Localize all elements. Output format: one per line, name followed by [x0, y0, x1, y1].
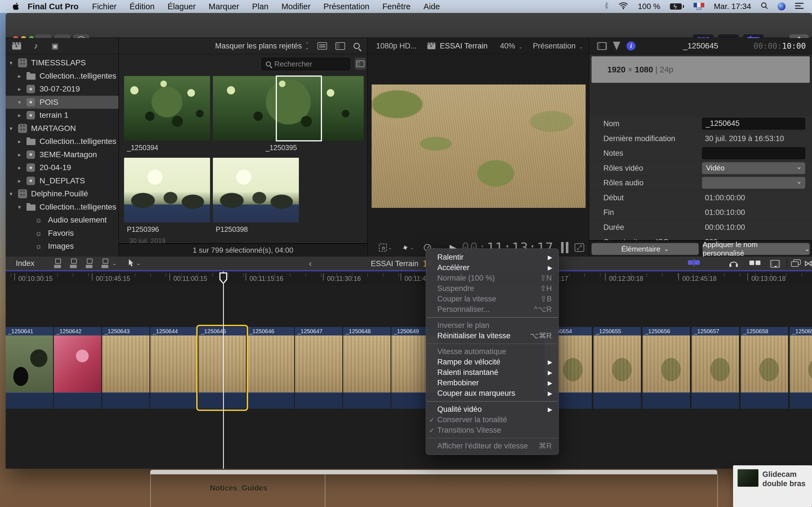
disclosure-closed-icon[interactable]: ▸	[18, 86, 21, 93]
siri-icon[interactable]	[777, 3, 785, 10]
menu-item-ralenti-instantan-[interactable]: Ralenti instantané▶	[426, 367, 559, 378]
clip-appearance-icon[interactable]	[770, 260, 780, 268]
transform-crop-tool-icon[interactable]	[379, 244, 387, 251]
menu-item-rampe-de-v-locit-[interactable]: Rampe de vélocité▶	[426, 357, 559, 367]
transition-bowtie-icon[interactable]: ⋈	[804, 258, 812, 268]
viewer-format[interactable]: 1080p HD...	[376, 42, 417, 50]
spotlight-icon[interactable]	[761, 2, 768, 11]
input-source-flag-icon[interactable]: 123	[694, 3, 704, 10]
viewer-zoom-dropdown[interactable]: 40% ⌄	[500, 42, 524, 50]
menu-item-inverser-le-plan[interactable]: Inverser le plan	[426, 320, 559, 331]
sidebar-item-martagon[interactable]: ▾★★★★MARTAGON	[6, 122, 118, 135]
timeline-clip-1250648[interactable]: _1250648	[343, 327, 391, 409]
inspector-row-select[interactable]: Vidéo	[702, 162, 805, 174]
sidebar-item-collection-telligentes[interactable]: ▾Collection...telligentes	[6, 201, 118, 214]
viewer-video-frame[interactable]	[371, 84, 586, 208]
connect-edit-icon[interactable]	[54, 259, 63, 268]
sidebar-item-collection-telligentes[interactable]: ▸Collection...telligentes	[6, 135, 118, 148]
sidebar-item-30-07-2019[interactable]: ▸★30-07-2019	[6, 82, 118, 96]
browser-clip-thumbnail[interactable]	[124, 76, 210, 141]
disclosure-closed-icon[interactable]: ▸	[18, 164, 21, 171]
filmstrip-view-icon[interactable]	[336, 42, 345, 50]
audio-meters[interactable]	[561, 242, 568, 253]
filter-dropdown[interactable]: Masquer les plans rejetés ⌃⌄	[215, 42, 309, 50]
disclosure-closed-icon[interactable]: ▸	[18, 112, 21, 119]
menu-item-couper-aux-marqueurs[interactable]: Couper aux marqueurs▶	[426, 388, 559, 399]
menu-item-suspendre[interactable]: Suspendre⇧H	[426, 283, 559, 294]
menu-item-acc-l-rer[interactable]: Accélérer▶	[426, 263, 559, 273]
notification-center-icon[interactable]	[795, 2, 804, 11]
inspector-row-input[interactable]: _1250645	[702, 118, 805, 129]
viewer-project-name[interactable]: ESSAI Terrain	[440, 42, 488, 50]
sidebar-item-20-04-19[interactable]: ▸★20-04-19	[6, 161, 118, 174]
timeline-clip-1250641[interactable]: _1250641	[6, 327, 53, 409]
menu-item-qualit-vid-o[interactable]: Qualité vidéo▶	[426, 404, 559, 414]
sidebar-item-audio-seulement[interactable]: ☼Audio seulement	[6, 214, 118, 226]
menu-édition[interactable]: Édition	[130, 2, 154, 11]
timeline-project-name[interactable]: ESSAI Terrain	[371, 260, 418, 268]
append-edit-icon[interactable]	[86, 259, 94, 268]
search-icon[interactable]	[354, 43, 360, 49]
fullscreen-expand-icon[interactable]: ⤢	[574, 243, 584, 252]
menu-item-couper-la-vitesse[interactable]: Couper la vitesse⇧B	[426, 294, 559, 304]
duplicate-windows-icon[interactable]	[791, 260, 801, 267]
sidebar-item-n-deplats[interactable]: ▸★N_DEPLATS	[6, 174, 118, 187]
clip-appearance-button[interactable]	[355, 58, 366, 69]
clip-label[interactable]: _1250395	[266, 144, 297, 152]
sidebar-item-collection-telligentes[interactable]: ▸Collection...telligentes	[6, 69, 118, 82]
inspector-row-input[interactable]	[702, 147, 805, 159]
menu-item-vitesse-automatique[interactable]: Vitesse automatique	[426, 346, 559, 357]
apply-custom-name-button[interactable]: Appliquer le nom personnalisé⌄	[703, 243, 810, 255]
sidebar-item-timessslaps[interactable]: ▾★★★★TIMESSSLAPS	[6, 56, 118, 69]
disclosure-open-icon[interactable]: ▾	[10, 190, 12, 197]
battery-icon[interactable]	[670, 3, 684, 10]
inspector-row-select[interactable]	[702, 177, 805, 189]
list-view-icon[interactable]	[317, 42, 327, 50]
sidebar-item-favoris[interactable]: ☼Favoris	[6, 227, 118, 240]
timeline-clip-1250659[interactable]: _1250659	[790, 327, 812, 409]
timeline-clip-1250642[interactable]: _1250642	[54, 327, 101, 409]
timeline-ruler[interactable]: 00:10:30:1500:10:45:1500:11:00:1500:11:1…	[6, 272, 812, 285]
photos-icon[interactable]: ▣	[50, 42, 60, 50]
browser-clip-thumbnail[interactable]	[124, 158, 210, 223]
viewer-display-dropdown[interactable]: Présentation ⌄	[533, 42, 585, 50]
menu-fichier[interactable]: Fichier	[92, 2, 116, 11]
disclosure-open-icon[interactable]: ▾	[18, 99, 21, 106]
library-clapper-icon[interactable]	[12, 42, 21, 50]
disclosure-closed-icon[interactable]: ▸	[18, 73, 21, 79]
sidebar-item-3eme-martagon[interactable]: ▸★3EME-Martagon	[6, 148, 118, 161]
selected-range-outline[interactable]	[276, 75, 322, 142]
clip-label[interactable]: P1250396	[127, 225, 159, 233]
sidebar-item-terrain-1[interactable]: ▸★terrain 1	[6, 109, 118, 122]
disclosure-closed-icon[interactable]: ▸	[18, 138, 21, 145]
insert-edit-icon[interactable]	[70, 259, 79, 268]
timeline-clip-1250655[interactable]: _1250655	[594, 327, 641, 409]
timeline-clip-1250643[interactable]: _1250643	[102, 327, 149, 409]
menu-plan[interactable]: Plan	[252, 2, 268, 11]
index-button[interactable]: Index	[16, 259, 35, 268]
skimming-toggle-icon[interactable]	[688, 259, 700, 266]
timeline-clip-1250657[interactable]: _1250657	[692, 327, 739, 409]
clip-label[interactable]: _1250394	[127, 144, 158, 152]
pointer-tool-icon[interactable]	[128, 259, 134, 268]
enhancements-wand-icon[interactable]: ✦	[400, 242, 410, 253]
menu-item-normale-100-[interactable]: Normale (100 %)⇧N	[426, 273, 559, 283]
menu-item-rembobiner[interactable]: Rembobiner▶	[426, 378, 559, 388]
battery-percent[interactable]: 100 %	[638, 2, 660, 11]
menu-modifier[interactable]: Modifier	[282, 2, 310, 11]
browser-clip-thumbnail[interactable]	[213, 158, 299, 223]
timeline-clip-1250645[interactable]: _1250645	[199, 327, 246, 409]
disclosure-open-icon[interactable]: ▾	[10, 125, 12, 132]
timeline-clip-1250656[interactable]: _1250656	[643, 327, 690, 409]
menu-item-afficher-l-diteur-de-vitesse[interactable]: Afficher l'éditeur de vitesse⌘R	[426, 441, 559, 451]
media-globe-icon[interactable]: ♪	[31, 42, 41, 50]
timeline-clip-1250644[interactable]: _1250644	[150, 327, 198, 409]
menu-fenêtre[interactable]: Fenêtre	[382, 2, 410, 11]
overwrite-edit-icon[interactable]	[101, 259, 110, 268]
bluetooth-icon[interactable]	[604, 2, 609, 11]
menu-item-personnaliser-[interactable]: Personnaliser...^⌥R	[426, 304, 559, 315]
snapping-toggle-icon[interactable]	[749, 261, 760, 265]
finder-folder-label[interactable]: Notices_Guides	[210, 484, 267, 493]
menu-élaguer[interactable]: Élaguer	[167, 2, 196, 11]
menu-item-transitions-vitesse[interactable]: Transitions Vitesse✓	[426, 425, 559, 436]
